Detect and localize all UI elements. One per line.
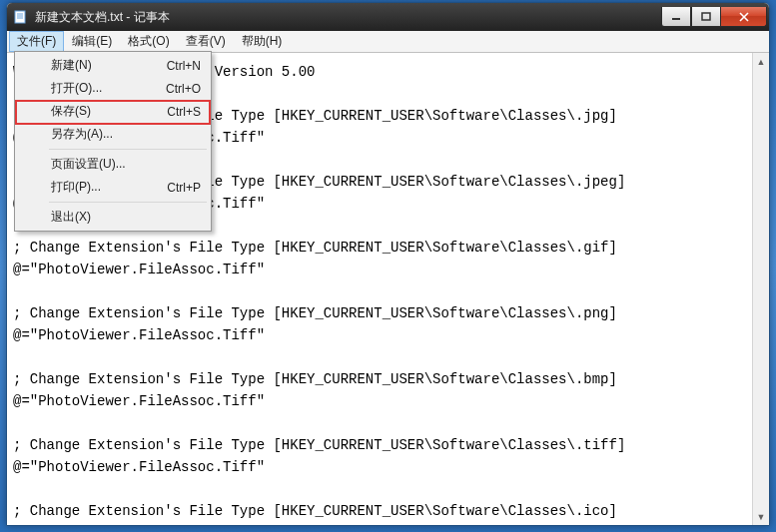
- menu-item-shortcut: Ctrl+N: [167, 59, 201, 73]
- menu-format[interactable]: 格式(O): [120, 31, 177, 52]
- menu-item-new[interactable]: 新建(N) Ctrl+N: [17, 54, 209, 77]
- menu-item-pagesetup[interactable]: 页面设置(U)...: [17, 153, 209, 176]
- menu-item-print[interactable]: 打印(P)... Ctrl+P: [17, 176, 209, 199]
- titlebar[interactable]: 新建文本文档.txt - 记事本: [7, 3, 769, 31]
- menu-help[interactable]: 帮助(H): [234, 31, 291, 52]
- menu-separator: [49, 202, 207, 203]
- scroll-up-icon[interactable]: ▲: [753, 53, 769, 70]
- menu-item-shortcut: Ctrl+O: [166, 82, 201, 96]
- vertical-scrollbar[interactable]: ▲ ▼: [752, 53, 769, 525]
- maximize-button[interactable]: [691, 7, 721, 27]
- menu-item-save[interactable]: 保存(S) Ctrl+S: [17, 100, 209, 123]
- menu-item-saveas[interactable]: 另存为(A)...: [17, 123, 209, 146]
- menu-separator: [49, 149, 207, 150]
- menu-view[interactable]: 查看(V): [178, 31, 234, 52]
- window-controls: [661, 7, 767, 27]
- menu-item-label: 另存为(A)...: [51, 126, 113, 143]
- menu-edit[interactable]: 编辑(E): [64, 31, 120, 52]
- menu-item-label: 页面设置(U)...: [51, 156, 126, 173]
- menu-item-shortcut: Ctrl+S: [167, 105, 201, 119]
- scroll-down-icon[interactable]: ▼: [753, 508, 769, 525]
- menu-item-exit[interactable]: 退出(X): [17, 206, 209, 229]
- menu-item-label: 保存(S): [51, 103, 91, 120]
- menu-item-label: 打印(P)...: [51, 179, 101, 196]
- file-menu-dropdown: 新建(N) Ctrl+N 打开(O)... Ctrl+O 保存(S) Ctrl+…: [14, 51, 212, 232]
- close-button[interactable]: [721, 7, 767, 27]
- svg-rect-5: [702, 13, 710, 20]
- menubar: 文件(F) 编辑(E) 格式(O) 查看(V) 帮助(H): [7, 31, 769, 53]
- app-icon: [13, 9, 29, 25]
- menu-item-label: 退出(X): [51, 209, 91, 226]
- svg-rect-0: [15, 11, 25, 23]
- menu-file[interactable]: 文件(F): [9, 31, 64, 52]
- menu-item-label: 打开(O)...: [51, 80, 102, 97]
- window-title: 新建文本文档.txt - 记事本: [35, 3, 661, 31]
- menu-item-label: 新建(N): [51, 57, 92, 74]
- menu-item-open[interactable]: 打开(O)... Ctrl+O: [17, 77, 209, 100]
- menu-item-shortcut: Ctrl+P: [167, 181, 201, 195]
- minimize-button[interactable]: [661, 7, 691, 27]
